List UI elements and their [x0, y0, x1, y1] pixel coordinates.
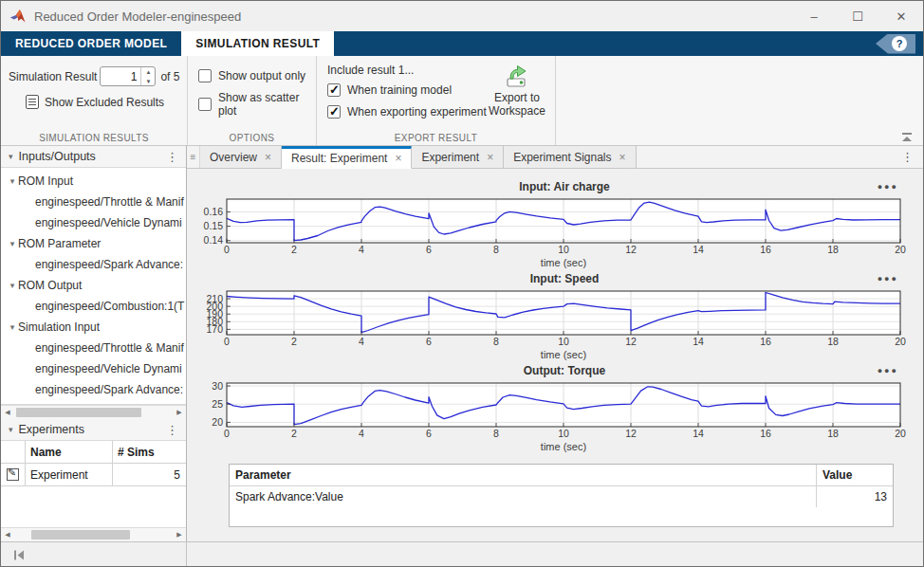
tree-item[interactable]: enginespeed/Vehicle Dynami [1, 212, 186, 233]
plot-options-button[interactable]: ●●● [878, 274, 898, 284]
tree-item-label: ROM Parameter [18, 237, 101, 250]
tree-expanded-icon[interactable]: ▾ [7, 322, 18, 332]
export-checkbox[interactable]: When exporting experiment [327, 105, 487, 119]
plot-axes: 02468101214161820170180190200210time (se… [196, 289, 910, 364]
simulation-result-spinner[interactable]: 1 ▲ ▼ [100, 66, 156, 86]
scroll-left-icon[interactable]: ◀ [1, 531, 14, 539]
tree-item[interactable]: enginespeed/Vehicle Dynami [1, 358, 186, 379]
status-bar [1, 541, 923, 567]
tree-expanded-icon[interactable]: ▾ [7, 239, 18, 248]
tree-item[interactable]: ▾Simulation Input [1, 317, 186, 338]
status-bar-left [1, 542, 187, 567]
spinner-up-icon[interactable]: ▲ [141, 67, 155, 77]
x-axis-label: time (sec) [541, 441, 586, 452]
experiments-horizontal-scrollbar[interactable]: ◀ ▶ [1, 527, 186, 541]
tree-expanded-icon[interactable]: ▾ [7, 176, 18, 186]
spinner-value[interactable]: 1 [101, 67, 140, 85]
options-checkbox[interactable]: Show output only [198, 69, 316, 82]
scroll-left-icon[interactable]: ◀ [1, 409, 14, 416]
scroll-right-icon[interactable]: ▶ [173, 531, 186, 539]
tree-item[interactable]: enginespeed/Spark Advance: [1, 379, 186, 400]
tree-expanded-icon[interactable]: ▾ [7, 281, 18, 290]
spinner-down-icon[interactable]: ▼ [141, 77, 155, 86]
close-button[interactable]: ✕ [879, 1, 923, 31]
section-label-options: OPTIONS [188, 133, 316, 143]
left-panel: ▾ Inputs/Outputs ⋮ ▾ROM Inputenginespeed… [1, 146, 187, 541]
section-simulation-results: Simulation Result 1 ▲ ▼ of 5 Show Exclud… [1, 56, 188, 145]
parameter-table: Parameter Value Spark Advance:Value13 [229, 464, 894, 527]
doc-tab-label: Overview [210, 151, 257, 164]
experiment-name-cell[interactable]: Experiment [26, 464, 113, 485]
collapse-section-icon[interactable]: ▾ [9, 425, 13, 434]
export-to-workspace-label: Export to Workspace [489, 91, 545, 118]
doc-tab-experiment-signals[interactable]: Experiment Signals× [504, 146, 636, 168]
tab-close-icon[interactable]: × [265, 151, 271, 164]
show-excluded-results-label: Show Excluded Results [45, 96, 164, 109]
scroll-right-icon[interactable]: ▶ [173, 409, 186, 416]
document-tab-bar: ≡ Overview×Result: Experiment×Experiment… [187, 146, 923, 169]
svg-text:20: 20 [895, 244, 906, 255]
tree-item[interactable]: ▾ROM Input [1, 171, 186, 192]
ribbon-tab-simulation-result[interactable]: SIMULATION RESULT [181, 31, 334, 56]
minimize-button[interactable]: – [792, 1, 836, 31]
checkbox-icon[interactable] [198, 98, 212, 111]
inputs-outputs-header[interactable]: ▾ Inputs/Outputs ⋮ [1, 146, 186, 168]
parameter-value-cell[interactable]: 13 [817, 486, 893, 507]
tab-close-icon[interactable]: × [487, 151, 493, 164]
checkbox-icon[interactable] [327, 83, 341, 97]
doc-tab-result-experiment[interactable]: Result: Experiment× [282, 146, 412, 169]
export-checkbox[interactable]: When training model [327, 83, 487, 97]
window-title: Reduced Order Modeler-enginespeed [34, 9, 792, 24]
scrollbar-thumb[interactable] [16, 408, 141, 417]
tree-item[interactable]: ▾ROM Parameter [1, 233, 186, 254]
tab-bar-menu-icon[interactable]: ⋮ [892, 146, 923, 168]
tab-grip-icon[interactable]: ≡ [187, 146, 200, 168]
inputs-outputs-tree: ▾ROM Inputenginespeed/Throttle & Manifen… [1, 168, 186, 405]
experiments-header[interactable]: ▾ Experiments ⋮ [1, 419, 186, 441]
experiment-row[interactable]: Experiment5 [1, 464, 186, 486]
inputs-outputs-title: Inputs/Outputs [19, 150, 158, 163]
maximize-button[interactable]: ☐ [836, 1, 879, 31]
help-button[interactable]: ? [876, 34, 915, 54]
tree-item-label: enginespeed/Throttle & Manif [35, 195, 184, 209]
tab-close-icon[interactable]: × [395, 152, 401, 165]
export-to-workspace-button[interactable]: Export to Workspace [483, 62, 551, 118]
doc-tab-overview[interactable]: Overview× [200, 146, 282, 168]
svg-text:8: 8 [493, 244, 499, 255]
collapse-ribbon-button[interactable] [899, 130, 916, 142]
collapse-section-icon[interactable]: ▾ [9, 152, 13, 161]
tree-item[interactable]: enginespeed/Throttle & Manif [1, 192, 186, 212]
tree-item[interactable]: enginespeed/Combustion:1(T [1, 296, 186, 317]
plot-options-button[interactable]: ●●● [878, 366, 898, 375]
doc-tab-experiment[interactable]: Experiment× [412, 146, 504, 168]
section-options: Show output onlyShow as scatter plot OPT… [188, 56, 317, 145]
svg-text:0: 0 [224, 336, 230, 347]
ribbon-body: Simulation Result 1 ▲ ▼ of 5 Show Exclud… [1, 56, 923, 145]
checkbox-icon[interactable] [198, 69, 212, 82]
scrollbar-thumb[interactable] [31, 530, 130, 540]
svg-text:6: 6 [426, 336, 432, 347]
checkbox-icon[interactable] [327, 105, 341, 119]
inputs-outputs-menu-icon[interactable]: ⋮ [158, 150, 186, 164]
svg-text:20: 20 [895, 336, 906, 347]
tree-item[interactable]: enginespeed/Spark Advance: [1, 254, 186, 275]
show-excluded-results-button[interactable]: Show Excluded Results [26, 95, 164, 109]
chart-3: Output: Torque●●●02468101214161820202530… [196, 364, 910, 456]
svg-text:2: 2 [291, 244, 297, 255]
tab-close-icon[interactable]: × [619, 151, 626, 164]
svg-text:0: 0 [224, 428, 230, 439]
tree-horizontal-scrollbar[interactable]: ◀ ▶ [1, 405, 186, 419]
plot-options-button[interactable]: ●●● [878, 182, 898, 192]
experiment-edit-cell[interactable] [1, 464, 26, 485]
export-checkbox-label: When training model [347, 83, 452, 97]
options-checkbox[interactable]: Show as scatter plot [198, 91, 316, 118]
experiments-menu-icon[interactable]: ⋮ [158, 423, 186, 437]
tree-item[interactable]: ▾ROM Output [1, 275, 186, 296]
edit-icon[interactable] [7, 468, 19, 481]
svg-text:0: 0 [224, 244, 230, 255]
collapse-panel-icon[interactable] [13, 549, 26, 561]
svg-text:8: 8 [493, 428, 499, 439]
tree-item[interactable]: enginespeed/Throttle & Manif [1, 338, 186, 358]
ribbon-tab-reduced-order-model[interactable]: REDUCED ORDER MODEL [1, 31, 181, 56]
experiments-column-header: Name [26, 441, 113, 463]
